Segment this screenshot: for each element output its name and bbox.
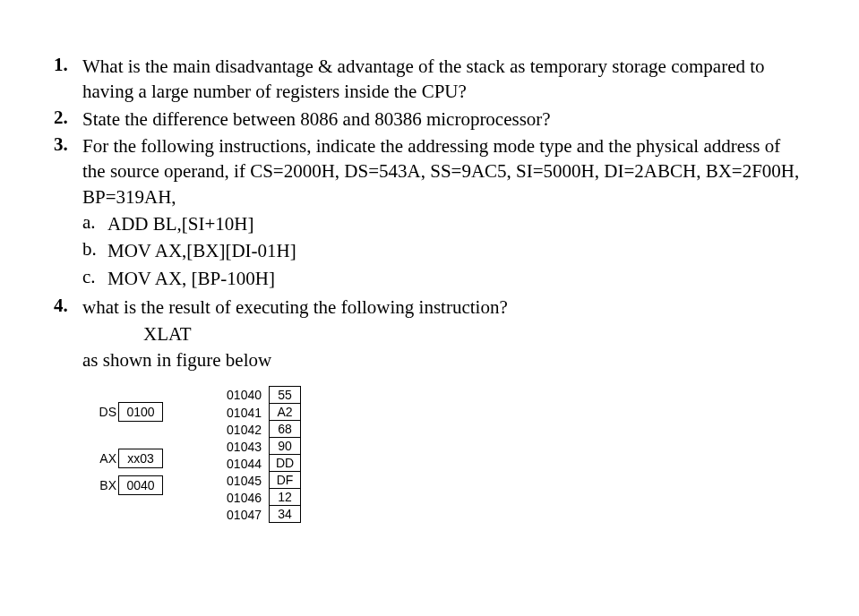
reg-ax-label: AX [99,451,116,466]
q3-b-text: MOV AX,[BX][DI-01H] [107,238,296,263]
mem-addr-4: 01044 [217,457,262,471]
q2-number: 2. [54,107,79,129]
q3-c-letter: c. [82,266,107,288]
mem-addr-6: 01046 [217,491,262,505]
q3-number: 3. [54,133,79,156]
mem-val-1: A2 [269,403,301,421]
mem-val-6: 12 [269,488,301,506]
q3-intro: For the following instructions, indicate… [82,133,805,210]
mem-addr-3: 01043 [217,440,262,454]
reg-bx-value: 0040 [118,475,163,495]
q3-b-letter: b. [82,238,107,261]
mem-row-0: 01040 55 [217,386,301,404]
reg-ax-row: AX xx03 [99,449,163,468]
mem-row-2: 01042 68 [217,421,301,438]
mem-row-3: 01043 90 [217,438,301,455]
question-3: 3. For the following instructions, indic… [54,133,805,293]
mem-row-7: 01047 34 [217,506,301,523]
mem-row-4: 01044 DD [217,455,301,472]
mem-val-2: 68 [269,420,301,438]
mem-val-0: 55 [269,386,301,404]
memory-column: 01040 55 01041 A2 01042 68 01043 90 0104… [217,386,301,523]
question-1: 1. What is the main disadvantage & advan… [54,54,805,105]
reg-ax-value: xx03 [118,449,163,468]
reg-ds-value: 0100 [118,402,163,422]
q3-a-text: ADD BL,[SI+10H] [107,211,254,236]
question-4: 4. what is the result of executing the f… [54,295,805,320]
mem-addr-2: 01042 [217,423,262,437]
mem-addr-7: 01047 [217,508,262,522]
q4-instruction: XLAT [143,321,805,346]
reg-ds-row: DS 0100 [99,402,163,422]
q3-b: b. MOV AX,[BX][DI-01H] [82,238,805,263]
mem-addr-5: 01045 [217,474,262,488]
mem-val-5: DF [269,471,301,489]
mem-val-7: 34 [269,505,301,523]
mem-row-1: 01041 A2 [217,404,301,421]
mem-addr-1: 01041 [217,406,262,420]
q3-a-letter: a. [82,211,107,234]
mem-row-6: 01046 12 [217,489,301,506]
register-column: DS 0100 AX xx03 BX 0040 [99,386,163,495]
question-2: 2. State the difference between 8086 and… [54,107,805,132]
q3-c: c. MOV AX, [BP-100H] [82,266,805,291]
question-list: 1. What is the main disadvantage & advan… [54,54,805,320]
q1-number: 1. [54,54,79,76]
q4-caption: as shown in figure below [82,347,805,372]
mem-row-5: 01045 DF [217,472,301,489]
reg-bx-row: BX 0040 [99,475,163,495]
q4-text: what is the result of executing the foll… [82,295,805,320]
mem-val-3: 90 [269,437,301,455]
q1-text: What is the main disadvantage & advantag… [82,54,805,105]
figure-area: DS 0100 AX xx03 BX 0040 01040 55 01041 A… [99,386,805,523]
q3-sublist: a. ADD BL,[SI+10H] b. MOV AX,[BX][DI-01H… [82,211,805,291]
mem-val-4: DD [269,454,301,472]
mem-addr-0: 01040 [217,388,262,402]
reg-bx-label: BX [99,478,116,492]
reg-ds-label: DS [99,405,116,419]
q4-number: 4. [54,295,79,317]
q3-a: a. ADD BL,[SI+10H] [82,211,805,236]
q3-c-text: MOV AX, [BP-100H] [107,266,275,291]
q2-text: State the difference between 8086 and 80… [82,107,805,132]
